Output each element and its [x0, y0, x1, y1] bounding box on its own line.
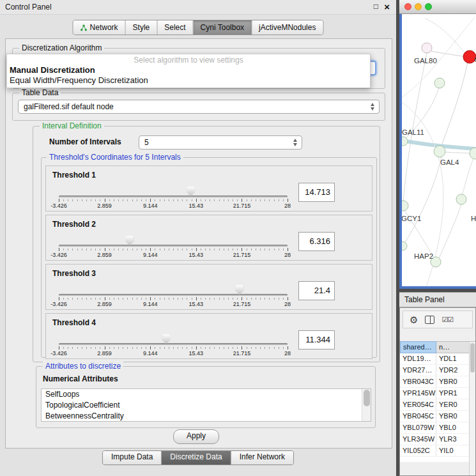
close-window-icon[interactable]: × [384, 1, 390, 12]
tab-label: Network [90, 21, 118, 34]
attribute-list-item[interactable]: BetweennessCentrality [42, 411, 371, 422]
number-of-intervals-label: Number of Intervals [49, 137, 121, 146]
table-row[interactable]: YBR043CYBR0 [400, 376, 475, 388]
scrollbar-thumb[interactable] [364, 390, 370, 406]
zoom-traffic-light-icon[interactable] [425, 3, 432, 10]
tab-network[interactable]: Network [73, 20, 125, 35]
slider-track[interactable] [59, 245, 288, 247]
network-view-frame: GAL80GAGAL11GAL4GCY1HHAP2 [399, 0, 476, 289]
threshold-panel: Threshold 2-3.4262.8599.14415.4321.71528… [45, 215, 372, 261]
slider-major-tick [59, 199, 59, 202]
network-node-label: GCY1 [402, 215, 421, 222]
tab-style[interactable]: Style [125, 20, 157, 35]
numerical-attributes-list[interactable]: SelfLoopsTopologicalCoefficientBetweenne… [41, 388, 371, 422]
slider-tick-label: 28 [284, 203, 291, 209]
table-row[interactable]: YLR345WYLR3 [400, 434, 475, 445]
column-header-shared[interactable]: shared… [400, 341, 436, 353]
table-row[interactable]: YIL052CYIL0 [400, 445, 475, 457]
slider-major-tick [105, 199, 105, 202]
tab-infer-network[interactable]: Infer Network [231, 451, 293, 464]
close-traffic-light-icon[interactable] [404, 3, 411, 10]
tab-impute-data[interactable]: Impute Data [103, 451, 161, 464]
tab-label: Cyni Toolbox [201, 21, 244, 34]
select-columns-icon[interactable]: ☑☑ [441, 316, 453, 324]
network-node[interactable] [422, 43, 432, 53]
scrollbar-thumb[interactable] [470, 343, 475, 372]
threshold-slider: -3.4262.8599.14415.4321.71528 [59, 289, 288, 309]
slider-thumb[interactable] [125, 236, 134, 245]
slider-minor-ticks [59, 199, 288, 201]
slider-tick-label: -3.426 [50, 203, 67, 209]
table-row[interactable]: YDL19…YDL1 [400, 353, 475, 365]
slider-thumb[interactable] [187, 187, 195, 196]
slider-track[interactable] [59, 343, 288, 345]
network-window-titlebar[interactable] [399, 0, 476, 14]
network-edge [404, 157, 441, 243]
number-of-intervals-combobox[interactable]: 5 [139, 135, 302, 150]
apply-button[interactable]: Apply [173, 429, 219, 444]
network-node[interactable] [402, 242, 407, 250]
slider-thumb[interactable] [162, 334, 171, 344]
attribute-list-item[interactable]: TopologicalCoefficient [42, 400, 371, 411]
network-node[interactable] [434, 78, 445, 88]
table-row[interactable]: YER054CYER0 [400, 399, 475, 411]
table-row[interactable]: YPR145WYPR1 [400, 388, 475, 399]
tab-select[interactable]: Select [157, 20, 192, 35]
table-data-combobox[interactable]: galFiltered.sif default node [18, 100, 380, 114]
float-window-icon[interactable]: □ [374, 2, 378, 11]
slider-tick-label: 21.715 [233, 301, 251, 307]
slider-major-tick [59, 346, 59, 349]
dropdown-option-equal-width-frequency[interactable]: Equal Width/Frequency Discretization [7, 75, 370, 86]
table-panel-title: Table Panel [404, 295, 445, 304]
slider-major-tick [150, 248, 151, 251]
network-edge [439, 204, 461, 259]
table-cell-shared-name: YBR043C [400, 376, 436, 387]
thresholds-container: Threshold 1-3.4262.8599.14415.4321.71528… [42, 165, 376, 362]
control-panel-window: Control Panel □ × Network Style Select C… [0, 0, 396, 476]
slider-major-tick [242, 346, 242, 349]
threshold-label: Threshold 3 [52, 269, 96, 278]
network-canvas[interactable]: GAL80GAGAL11GAL4GCY1HHAP2 [402, 14, 476, 286]
table-cell-shared-name: YIL052C [400, 445, 436, 456]
attributes-scrollbar[interactable] [362, 389, 371, 421]
slider-major-tick [288, 297, 288, 300]
slider-track[interactable] [59, 196, 288, 197]
gear-icon[interactable]: ⚙ [410, 315, 418, 325]
slider-major-tick [196, 297, 197, 300]
table-row[interactable]: YBL079WYBL0 [400, 422, 475, 434]
network-node[interactable] [402, 137, 408, 146]
table-scrollbar[interactable] [469, 342, 475, 475]
attribute-list-item[interactable]: SelfLoops [42, 389, 371, 400]
network-node-label: HAP2 [414, 252, 433, 260]
minimize-traffic-light-icon[interactable] [415, 3, 422, 10]
table-column-headers: shared… n… [400, 341, 475, 353]
network-node[interactable] [434, 146, 445, 157]
slider-major-tick [150, 346, 151, 349]
tab-discretize-data[interactable]: Discretize Data [161, 451, 230, 464]
threshold-value-field[interactable]: 11.344 [298, 330, 335, 349]
network-node-label: GAL11 [402, 128, 424, 136]
network-node[interactable] [402, 201, 408, 211]
columns-icon[interactable] [425, 316, 434, 324]
table-cell-shared-name: YDL19… [400, 353, 436, 364]
slider-thumb[interactable] [235, 285, 243, 295]
threshold-value-field[interactable]: 14.713 [298, 183, 335, 202]
dropdown-option-manual-discretization[interactable]: Manual Discretization [7, 65, 370, 75]
slider-tick-label: 2.859 [97, 301, 112, 307]
tab-jactivemnodules[interactable]: jActiveMNodules [251, 20, 323, 35]
slider-track[interactable] [59, 294, 288, 296]
network-node[interactable] [456, 194, 466, 204]
threshold-value-field[interactable]: 21.4 [298, 281, 335, 300]
tab-cyni-toolbox[interactable]: Cyni Toolbox [193, 20, 251, 35]
table-cell-shared-name: YDR27… [400, 365, 436, 376]
table-panel-header: Table Panel [399, 292, 476, 307]
threshold-value-field[interactable]: 6.316 [298, 232, 335, 251]
table-row[interactable]: YDR27…YDR2 [400, 365, 475, 376]
control-panel-titlebar: Control Panel □ × [0, 0, 396, 15]
slider-tick-label: 21.715 [233, 203, 251, 209]
table-cell-shared-name: YBR045C [400, 411, 436, 422]
table-body: YDL19…YDL1YDR27…YDR2YBR043CYBR0YPR145WYP… [400, 353, 475, 462]
slider-major-tick [288, 248, 288, 251]
table-row[interactable]: YBR045CYBR0 [400, 411, 475, 422]
interval-definition-group: Interval Definition Number of Intervals … [33, 126, 380, 362]
